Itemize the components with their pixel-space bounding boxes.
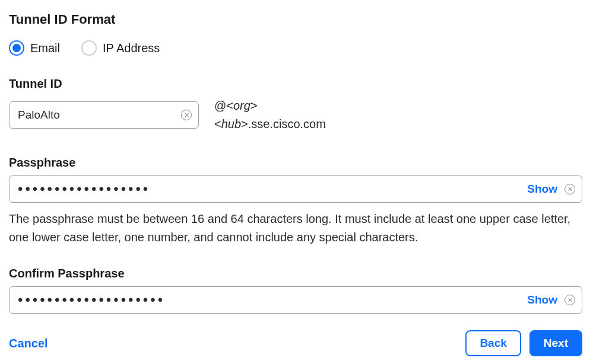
tunnel-id-format-radio-group: Email IP Address — [9, 40, 584, 56]
suffix-line1-prefix: @< — [214, 99, 233, 112]
radio-icon — [9, 40, 24, 56]
confirm-passphrase-input-wrap: Show ✕ — [9, 286, 582, 314]
passphrase-label: Passphrase — [9, 156, 584, 170]
confirm-passphrase-label: Confirm Passphrase — [9, 267, 584, 280]
radio-label-ip: IP Address — [103, 41, 160, 55]
clear-icon[interactable]: ✕ — [565, 184, 575, 194]
section-title: Tunnel ID Format — [9, 12, 584, 27]
radio-dot-icon — [12, 44, 21, 52]
show-confirm-passphrase-link[interactable]: Show — [527, 293, 557, 306]
passphrase-input-wrap: Show ✕ — [9, 175, 582, 203]
next-button[interactable]: Next — [529, 330, 582, 356]
radio-option-email[interactable]: Email — [9, 40, 60, 56]
passphrase-help-text: The passphrase must be between 16 and 64… — [9, 210, 579, 247]
tunnel-id-row: ✕ @<org> <hub>.sse.cisco.com — [9, 97, 584, 133]
radio-icon — [81, 40, 97, 56]
suffix-line1-suffix: > — [250, 99, 258, 112]
cancel-link[interactable]: Cancel — [9, 337, 48, 350]
passphrase-section: Passphrase Show ✕ The passphrase must be… — [9, 156, 584, 247]
button-group: Back Next — [465, 330, 582, 356]
show-passphrase-link[interactable]: Show — [527, 183, 557, 196]
suffix-line2-em: hub — [221, 117, 241, 130]
clear-icon[interactable]: ✕ — [565, 295, 575, 305]
tunnel-id-label: Tunnel ID — [9, 77, 584, 91]
suffix-line2-suffix: >.sse.cisco.com — [241, 117, 326, 130]
suffix-line2-prefix: < — [214, 117, 221, 130]
passphrase-input[interactable] — [9, 175, 582, 203]
clear-icon[interactable]: ✕ — [181, 110, 192, 120]
tunnel-id-suffix: @<org> <hub>.sse.cisco.com — [214, 97, 326, 133]
confirm-passphrase-section: Confirm Passphrase Show ✕ — [9, 267, 584, 314]
radio-option-ip[interactable]: IP Address — [81, 40, 160, 56]
tunnel-id-input[interactable] — [9, 101, 199, 129]
suffix-line1-em: org — [233, 99, 250, 112]
confirm-passphrase-input[interactable] — [9, 286, 582, 314]
radio-label-email: Email — [30, 41, 60, 55]
footer: Cancel Back Next — [9, 330, 582, 356]
back-button[interactable]: Back — [465, 330, 521, 356]
tunnel-id-input-wrap: ✕ — [9, 101, 199, 129]
